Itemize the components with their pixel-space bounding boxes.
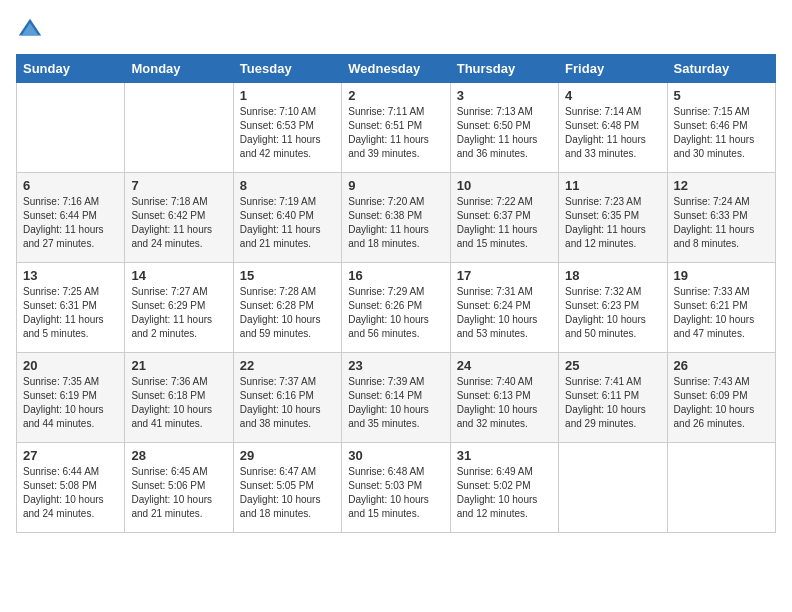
cell-info: Sunrise: 7:24 AM Sunset: 6:33 PM Dayligh… [674,195,769,251]
calendar-cell: 6Sunrise: 7:16 AM Sunset: 6:44 PM Daylig… [17,173,125,263]
cell-info: Sunrise: 7:14 AM Sunset: 6:48 PM Dayligh… [565,105,660,161]
calendar-body: 1Sunrise: 7:10 AM Sunset: 6:53 PM Daylig… [17,83,776,533]
calendar-cell: 15Sunrise: 7:28 AM Sunset: 6:28 PM Dayli… [233,263,341,353]
cell-info: Sunrise: 7:35 AM Sunset: 6:19 PM Dayligh… [23,375,118,431]
calendar-cell: 18Sunrise: 7:32 AM Sunset: 6:23 PM Dayli… [559,263,667,353]
calendar-cell [559,443,667,533]
cell-info: Sunrise: 7:41 AM Sunset: 6:11 PM Dayligh… [565,375,660,431]
cell-info: Sunrise: 7:16 AM Sunset: 6:44 PM Dayligh… [23,195,118,251]
cell-info: Sunrise: 6:45 AM Sunset: 5:06 PM Dayligh… [131,465,226,521]
day-number: 23 [348,358,443,373]
day-number: 22 [240,358,335,373]
cell-info: Sunrise: 7:29 AM Sunset: 6:26 PM Dayligh… [348,285,443,341]
cell-info: Sunrise: 7:11 AM Sunset: 6:51 PM Dayligh… [348,105,443,161]
calendar-cell: 31Sunrise: 6:49 AM Sunset: 5:02 PM Dayli… [450,443,558,533]
cell-info: Sunrise: 7:31 AM Sunset: 6:24 PM Dayligh… [457,285,552,341]
cell-info: Sunrise: 7:10 AM Sunset: 6:53 PM Dayligh… [240,105,335,161]
cell-info: Sunrise: 7:40 AM Sunset: 6:13 PM Dayligh… [457,375,552,431]
page-header [16,16,776,44]
calendar-cell: 23Sunrise: 7:39 AM Sunset: 6:14 PM Dayli… [342,353,450,443]
calendar-header: SundayMondayTuesdayWednesdayThursdayFrid… [17,55,776,83]
day-header-wednesday: Wednesday [342,55,450,83]
calendar-cell: 10Sunrise: 7:22 AM Sunset: 6:37 PM Dayli… [450,173,558,263]
day-number: 7 [131,178,226,193]
day-number: 31 [457,448,552,463]
calendar-week-row: 27Sunrise: 6:44 AM Sunset: 5:08 PM Dayli… [17,443,776,533]
cell-info: Sunrise: 7:32 AM Sunset: 6:23 PM Dayligh… [565,285,660,341]
calendar-cell: 30Sunrise: 6:48 AM Sunset: 5:03 PM Dayli… [342,443,450,533]
day-header-thursday: Thursday [450,55,558,83]
day-header-tuesday: Tuesday [233,55,341,83]
day-number: 3 [457,88,552,103]
day-header-monday: Monday [125,55,233,83]
day-number: 12 [674,178,769,193]
calendar-cell [667,443,775,533]
day-number: 1 [240,88,335,103]
calendar-cell [125,83,233,173]
day-header-sunday: Sunday [17,55,125,83]
calendar-week-row: 20Sunrise: 7:35 AM Sunset: 6:19 PM Dayli… [17,353,776,443]
cell-info: Sunrise: 7:39 AM Sunset: 6:14 PM Dayligh… [348,375,443,431]
day-number: 11 [565,178,660,193]
day-number: 9 [348,178,443,193]
cell-info: Sunrise: 7:23 AM Sunset: 6:35 PM Dayligh… [565,195,660,251]
day-number: 10 [457,178,552,193]
day-number: 27 [23,448,118,463]
cell-info: Sunrise: 7:20 AM Sunset: 6:38 PM Dayligh… [348,195,443,251]
calendar-cell: 27Sunrise: 6:44 AM Sunset: 5:08 PM Dayli… [17,443,125,533]
calendar-cell: 28Sunrise: 6:45 AM Sunset: 5:06 PM Dayli… [125,443,233,533]
cell-info: Sunrise: 7:25 AM Sunset: 6:31 PM Dayligh… [23,285,118,341]
day-header-friday: Friday [559,55,667,83]
calendar-cell: 13Sunrise: 7:25 AM Sunset: 6:31 PM Dayli… [17,263,125,353]
calendar-table: SundayMondayTuesdayWednesdayThursdayFrid… [16,54,776,533]
calendar-cell: 7Sunrise: 7:18 AM Sunset: 6:42 PM Daylig… [125,173,233,263]
logo [16,16,48,44]
cell-info: Sunrise: 7:22 AM Sunset: 6:37 PM Dayligh… [457,195,552,251]
day-number: 2 [348,88,443,103]
calendar-cell: 29Sunrise: 6:47 AM Sunset: 5:05 PM Dayli… [233,443,341,533]
day-number: 15 [240,268,335,283]
day-number: 25 [565,358,660,373]
day-number: 4 [565,88,660,103]
cell-info: Sunrise: 6:49 AM Sunset: 5:02 PM Dayligh… [457,465,552,521]
cell-info: Sunrise: 7:27 AM Sunset: 6:29 PM Dayligh… [131,285,226,341]
calendar-week-row: 1Sunrise: 7:10 AM Sunset: 6:53 PM Daylig… [17,83,776,173]
day-number: 26 [674,358,769,373]
calendar-cell: 11Sunrise: 7:23 AM Sunset: 6:35 PM Dayli… [559,173,667,263]
calendar-cell [17,83,125,173]
calendar-cell: 8Sunrise: 7:19 AM Sunset: 6:40 PM Daylig… [233,173,341,263]
day-number: 24 [457,358,552,373]
calendar-cell: 26Sunrise: 7:43 AM Sunset: 6:09 PM Dayli… [667,353,775,443]
day-number: 5 [674,88,769,103]
cell-info: Sunrise: 7:37 AM Sunset: 6:16 PM Dayligh… [240,375,335,431]
calendar-cell: 2Sunrise: 7:11 AM Sunset: 6:51 PM Daylig… [342,83,450,173]
day-number: 17 [457,268,552,283]
day-number: 19 [674,268,769,283]
calendar-cell: 21Sunrise: 7:36 AM Sunset: 6:18 PM Dayli… [125,353,233,443]
cell-info: Sunrise: 7:43 AM Sunset: 6:09 PM Dayligh… [674,375,769,431]
day-number: 18 [565,268,660,283]
calendar-cell: 3Sunrise: 7:13 AM Sunset: 6:50 PM Daylig… [450,83,558,173]
day-number: 14 [131,268,226,283]
day-number: 28 [131,448,226,463]
day-number: 20 [23,358,118,373]
calendar-cell: 5Sunrise: 7:15 AM Sunset: 6:46 PM Daylig… [667,83,775,173]
cell-info: Sunrise: 6:44 AM Sunset: 5:08 PM Dayligh… [23,465,118,521]
cell-info: Sunrise: 7:36 AM Sunset: 6:18 PM Dayligh… [131,375,226,431]
cell-info: Sunrise: 7:13 AM Sunset: 6:50 PM Dayligh… [457,105,552,161]
day-number: 13 [23,268,118,283]
calendar-cell: 22Sunrise: 7:37 AM Sunset: 6:16 PM Dayli… [233,353,341,443]
day-number: 16 [348,268,443,283]
cell-info: Sunrise: 7:18 AM Sunset: 6:42 PM Dayligh… [131,195,226,251]
day-number: 21 [131,358,226,373]
calendar-cell: 24Sunrise: 7:40 AM Sunset: 6:13 PM Dayli… [450,353,558,443]
calendar-cell: 17Sunrise: 7:31 AM Sunset: 6:24 PM Dayli… [450,263,558,353]
cell-info: Sunrise: 7:28 AM Sunset: 6:28 PM Dayligh… [240,285,335,341]
day-number: 30 [348,448,443,463]
calendar-cell: 25Sunrise: 7:41 AM Sunset: 6:11 PM Dayli… [559,353,667,443]
day-header-saturday: Saturday [667,55,775,83]
day-number: 8 [240,178,335,193]
calendar-cell: 1Sunrise: 7:10 AM Sunset: 6:53 PM Daylig… [233,83,341,173]
calendar-week-row: 6Sunrise: 7:16 AM Sunset: 6:44 PM Daylig… [17,173,776,263]
calendar-cell: 16Sunrise: 7:29 AM Sunset: 6:26 PM Dayli… [342,263,450,353]
